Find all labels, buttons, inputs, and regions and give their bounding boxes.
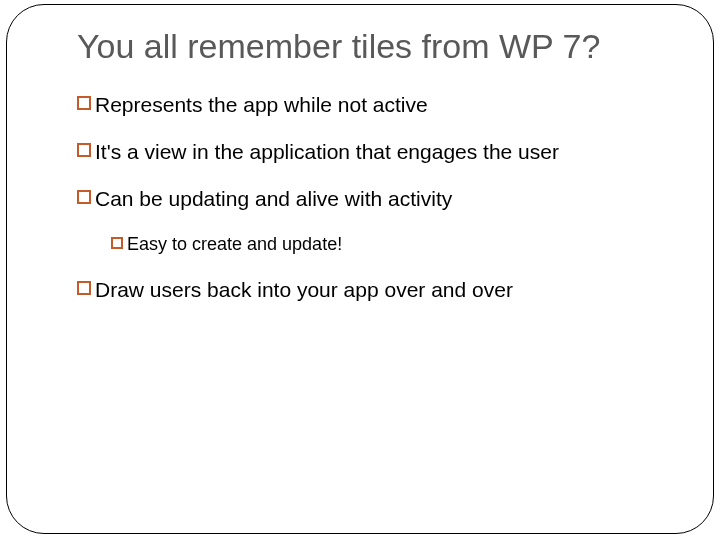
square-bullet-icon: [77, 190, 91, 204]
slide-title: You all remember tiles from WP 7?: [77, 27, 643, 66]
bullet-text: Easy to create and update!: [127, 234, 342, 256]
square-bullet-icon: [77, 281, 91, 295]
bullet-item-sub: Easy to create and update!: [111, 234, 643, 256]
bullet-item: Can be updating and alive with activity: [77, 186, 643, 211]
bullet-item: It's a view in the application that enga…: [77, 139, 643, 164]
square-bullet-icon: [111, 237, 123, 249]
slide-frame: You all remember tiles from WP 7? Repres…: [6, 4, 714, 534]
bullet-item: Draw users back into your app over and o…: [77, 277, 643, 302]
bullet-item: Represents the app while not active: [77, 92, 643, 117]
bullet-text: It's a view in the application that enga…: [95, 139, 559, 164]
square-bullet-icon: [77, 96, 91, 110]
square-bullet-icon: [77, 143, 91, 157]
bullet-text: Draw users back into your app over and o…: [95, 277, 513, 302]
bullet-text: Can be updating and alive with activity: [95, 186, 452, 211]
bullet-text: Represents the app while not active: [95, 92, 428, 117]
